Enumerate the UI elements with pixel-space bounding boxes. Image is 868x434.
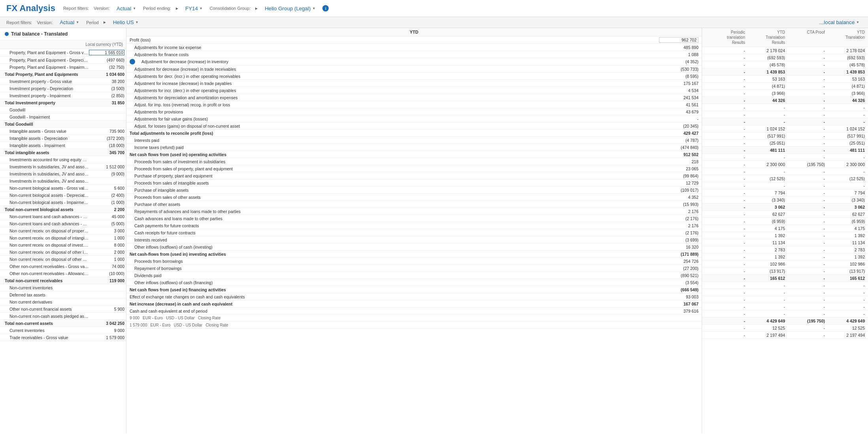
left-panel-row[interactable]: Goodwill - Impairment	[0, 113, 126, 121]
chevron-down-icon: ▼	[133, 7, 136, 10]
row-label: Total intangible assets	[3, 150, 89, 155]
row-label: Non current receiv. on disposal of other…	[3, 257, 89, 262]
local-balance-dropdown[interactable]: ...local balance ▼	[817, 19, 862, 26]
left-panel-row[interactable]: Deferred tax assets	[0, 291, 126, 298]
row-label: Non current receiv. on disposal of inves…	[3, 243, 89, 247]
left-panel-row[interactable]: Investments in subsidiaries, JV and asso…	[0, 177, 126, 185]
cash-flow-row: Adjustments for incr. (decr.) in other o…	[126, 87, 702, 94]
sub-period-dropdown[interactable]: Helio US ▼	[111, 19, 141, 26]
right-cell: -	[825, 304, 865, 309]
app-title: FX Analysis	[6, 3, 55, 13]
left-panel-row[interactable]: Current inventories9 000	[0, 327, 126, 334]
right-cell: -	[785, 191, 825, 195]
left-panel-row[interactable]: Non current receiv. on disposal of prope…	[0, 227, 126, 234]
row-value: 5 900	[89, 307, 124, 311]
cash-flow-value: 912 502	[659, 152, 699, 157]
cash-flow-value: (530 733)	[659, 67, 699, 72]
left-panel-row[interactable]: Property, Plant and Equipment - Deprecia…	[0, 57, 126, 64]
blue-dot-icon	[5, 32, 9, 36]
row-label: Total non-current assets	[3, 321, 89, 326]
right-data-row: -11 134-11 134	[702, 239, 868, 246]
left-panel-row[interactable]: Non-current loans and cash advances - Al…	[0, 220, 126, 227]
left-panel-row[interactable]: Investment property - Depreciation(3 500…	[0, 85, 126, 92]
left-panel-row[interactable]: Property, Plant and Equipment - Impairme…	[0, 64, 126, 71]
left-panel-row[interactable]: Non-current non-cash assets pledged as c…	[0, 313, 126, 320]
left-panel-row[interactable]: Total Investment property31 850	[0, 99, 126, 106]
left-panel-row[interactable]: Total non-current assets3 042 250	[0, 320, 126, 327]
left-panel-row[interactable]: Non-current loans and cash advances - G.…	[0, 213, 126, 220]
left-panel-row[interactable]: Other non-current receivables - Allowanc…	[0, 270, 126, 277]
left-panel-row[interactable]: Non current receiv. on disposal of other…	[0, 249, 126, 256]
left-panel-row[interactable]: Non-current biological assets - Gross va…	[0, 185, 126, 192]
left-panel-row[interactable]: Trade receivables - Gross value1 579 000	[0, 334, 126, 341]
cash-flow-label: Proceeds from borrowings	[130, 259, 659, 264]
right-cell: -	[785, 290, 825, 295]
left-panel-row[interactable]: Other non-current receivables - Gross va…	[0, 263, 126, 270]
left-panel-row[interactable]: Other non-current financial assets5 900	[0, 306, 126, 313]
left-panel-row[interactable]: Non-current biological assets - Impairme…	[0, 199, 126, 206]
right-cell: -	[705, 326, 745, 330]
period-dropdown[interactable]: FY14 ▼	[183, 5, 205, 12]
right-data-row: -12 525-12 525	[702, 325, 868, 332]
left-panel-row[interactable]: Total non-current biological assets2 200	[0, 206, 126, 213]
fx-row: 1 579 000 EUR - Euro USD - US Dollar Clo…	[126, 322, 702, 329]
right-cell: (195 750)	[785, 162, 825, 167]
left-panel-row[interactable]: Total Property, Plant and Equipments1 03…	[0, 71, 126, 78]
sub-version-dropdown[interactable]: Actual ▼	[57, 19, 81, 26]
cash-flow-value: (666 549)	[659, 287, 699, 292]
left-panel-row[interactable]: Total Goodwill	[0, 121, 126, 128]
left-panel-row[interactable]: Goodwill	[0, 106, 126, 113]
version-dropdown[interactable]: Actual ▼	[114, 5, 138, 12]
row-indicator-icon	[130, 59, 135, 64]
left-panel-row[interactable]: Intangible assets - Gross value735 900	[0, 128, 126, 135]
left-panel-row[interactable]: Non-current inventories	[0, 284, 126, 291]
left-col-headers: Local currency (YTD)	[0, 40, 126, 49]
left-panel-row[interactable]: Intangible assets - Depreciation(372 200…	[0, 135, 126, 142]
row-value: 1 034 600	[89, 72, 124, 77]
right-cell: -	[705, 240, 745, 245]
left-panel-row[interactable]: Investments accounted for using equity m…	[0, 156, 126, 163]
left-panel-row[interactable]: Investments in subsidiaries, JV and asso…	[0, 170, 126, 177]
left-panel-row[interactable]: Property, Plant and Equipment - Gross va…	[0, 49, 126, 57]
left-panel-row[interactable]: Non current derivatives	[0, 298, 126, 306]
row-value: 2 200	[89, 207, 124, 212]
row-label: Non-current inventories	[3, 285, 89, 290]
left-panel-row[interactable]: Non current receiv. on disposal of inves…	[0, 242, 126, 249]
left-panel-row[interactable]: Total non-current receivables119 000	[0, 277, 126, 284]
cash-flow-row: Cash payments for future contracts2 176	[126, 222, 702, 229]
right-data-row: -1 392-1 392	[702, 232, 868, 239]
row-label: Other non-current receivables - Gross va…	[3, 264, 89, 269]
consolidation-group-dropdown[interactable]: Helio Group (Legal) ▼	[262, 5, 318, 12]
info-icon[interactable]: i	[322, 5, 329, 11]
chevron-right-icon: ▶	[176, 7, 178, 10]
left-panel-rows: Property, Plant and Equipment - Gross va…	[0, 49, 126, 341]
row-value: 735 900	[89, 129, 124, 134]
right-cell: -	[825, 311, 865, 316]
left-panel-row[interactable]: Investment property - Impairment(2 850)	[0, 92, 126, 99]
right-cell: -	[785, 269, 825, 274]
left-panel-row[interactable]: Non-current biological assets - Deprecia…	[0, 192, 126, 199]
chevron-down-icon: ▼	[76, 21, 79, 24]
row-value: (2 850)	[89, 93, 124, 98]
right-cell: -	[785, 91, 825, 96]
row-value: (2 400)	[89, 193, 124, 198]
right-cell: -	[785, 119, 825, 124]
left-panel-row[interactable]: Intangible assets - Impairment(18 000)	[0, 142, 126, 149]
cash-flow-value: (27 200)	[659, 266, 699, 271]
right-cell: -	[785, 62, 825, 67]
row-value[interactable]: 1 565 010	[89, 50, 124, 55]
left-panel-row[interactable]: Total intangible assets345 700	[0, 149, 126, 156]
right-cell: -	[705, 169, 745, 174]
cash-flow-value: (2 176)	[659, 230, 699, 235]
right-data-row: -481 111-481 111	[702, 147, 868, 154]
left-panel-row[interactable]: Non current receiv. on disposal of intan…	[0, 234, 126, 242]
left-panel: Trial balance - Translated Local currenc…	[0, 28, 126, 434]
right-cell: 165 612	[825, 276, 865, 281]
row-value: (1 000)	[89, 200, 124, 205]
cash-flow-label: Adjustments for incr. (decr.) in other o…	[130, 88, 659, 93]
cash-flow-row: Adjustments for decr. (incr.) in other o…	[126, 73, 702, 80]
right-data-row: ----	[702, 168, 868, 175]
left-panel-row[interactable]: Investment property - Gross value38 200	[0, 78, 126, 85]
left-panel-row[interactable]: Non current receiv. on disposal of other…	[0, 256, 126, 263]
left-panel-row[interactable]: Investments in subsidiaries, JV and asso…	[0, 163, 126, 170]
